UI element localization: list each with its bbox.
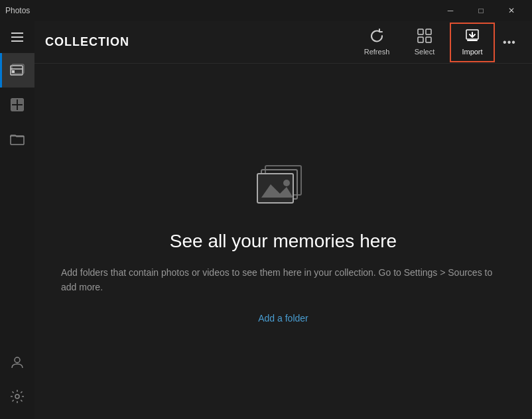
title-bar-controls: ─ □ ✕ bbox=[435, 0, 527, 21]
select-icon bbox=[417, 29, 432, 45]
svg-rect-9 bbox=[18, 99, 23, 104]
sidebar-nav bbox=[0, 53, 34, 156]
sidebar bbox=[0, 21, 34, 419]
refresh-label: Refresh bbox=[364, 48, 390, 56]
svg-rect-17 bbox=[418, 37, 423, 42]
svg-rect-15 bbox=[418, 29, 423, 34]
title-bar: Photos ─ □ ✕ bbox=[0, 0, 532, 21]
svg-rect-10 bbox=[11, 105, 17, 111]
minimize-button[interactable]: ─ bbox=[435, 0, 466, 21]
sidebar-item-folders[interactable] bbox=[0, 122, 34, 156]
select-label: Select bbox=[415, 48, 435, 56]
sidebar-bottom bbox=[0, 345, 34, 419]
sidebar-item-collection[interactable] bbox=[0, 53, 34, 88]
svg-rect-11 bbox=[18, 105, 23, 111]
empty-state-icon bbox=[253, 159, 313, 215]
sidebar-top bbox=[0, 21, 34, 156]
svg-rect-18 bbox=[426, 37, 431, 42]
svg-rect-8 bbox=[11, 99, 17, 104]
refresh-icon bbox=[369, 29, 384, 45]
content-area: See all your memories here Add folders t… bbox=[34, 64, 532, 419]
svg-rect-16 bbox=[426, 29, 431, 34]
app-container: COLLECTION Refresh bbox=[0, 21, 532, 419]
sidebar-item-albums[interactable] bbox=[0, 88, 34, 122]
import-button[interactable]: Import bbox=[450, 23, 495, 62]
header: COLLECTION Refresh bbox=[34, 21, 532, 64]
settings-icon bbox=[10, 389, 25, 404]
sidebar-item-people[interactable] bbox=[0, 345, 34, 379]
sidebar-item-settings[interactable] bbox=[0, 379, 34, 414]
import-icon bbox=[465, 29, 480, 45]
import-label: Import bbox=[462, 48, 482, 56]
svg-point-13 bbox=[15, 357, 20, 363]
collection-icon bbox=[9, 63, 25, 78]
empty-state-description: Add folders that contain photos or video… bbox=[61, 265, 505, 295]
more-button[interactable]: ••• bbox=[498, 30, 521, 54]
add-folder-link[interactable]: Add a folder bbox=[258, 313, 308, 324]
app-title: Photos bbox=[5, 6, 30, 15]
svg-rect-6 bbox=[12, 70, 15, 73]
close-button[interactable]: ✕ bbox=[496, 0, 527, 21]
select-button[interactable]: Select bbox=[402, 23, 447, 62]
svg-point-26 bbox=[283, 180, 290, 186]
empty-state-title: See all your memories here bbox=[170, 231, 397, 252]
refresh-button[interactable]: Refresh bbox=[354, 23, 399, 62]
main-content: COLLECTION Refresh bbox=[34, 21, 532, 419]
hamburger-button[interactable] bbox=[0, 21, 34, 53]
svg-rect-1 bbox=[11, 36, 23, 38]
header-actions: Refresh Select bbox=[354, 23, 521, 62]
more-icon: ••• bbox=[503, 36, 516, 48]
svg-rect-24 bbox=[257, 174, 293, 203]
folders-icon bbox=[10, 133, 25, 146]
svg-rect-12 bbox=[11, 136, 24, 145]
maximize-button[interactable]: □ bbox=[466, 0, 496, 21]
people-icon bbox=[10, 355, 25, 369]
albums-icon bbox=[10, 97, 25, 112]
page-title: COLLECTION bbox=[45, 35, 129, 49]
svg-rect-0 bbox=[11, 32, 23, 34]
title-bar-left: Photos bbox=[5, 6, 30, 15]
svg-rect-2 bbox=[11, 40, 23, 42]
svg-point-14 bbox=[15, 394, 19, 398]
hamburger-icon bbox=[11, 32, 23, 42]
